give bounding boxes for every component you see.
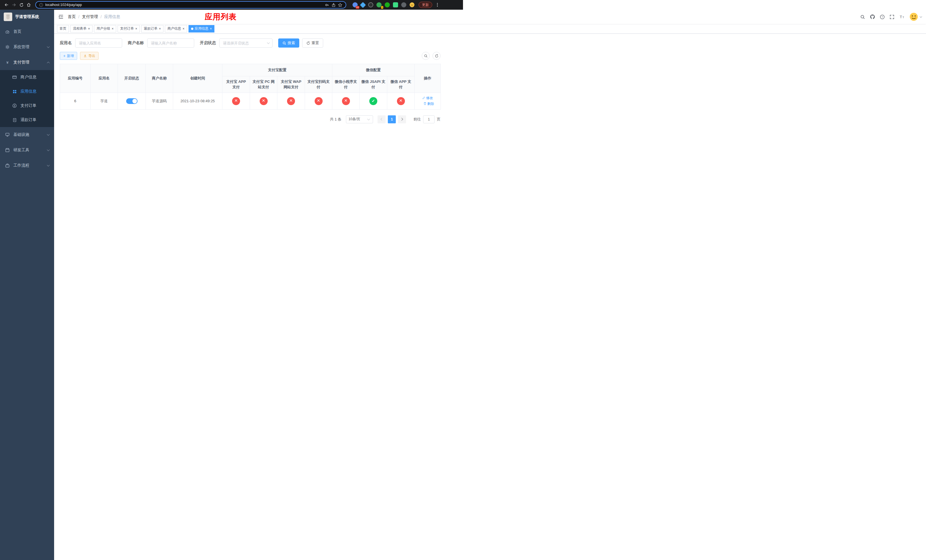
tab-merchant-info[interactable]: 商户信息	[165, 25, 187, 32]
next-page-button[interactable]	[398, 115, 406, 123]
sidebar-item-label: 系统管理	[14, 44, 29, 50]
refresh-button[interactable]	[18, 1, 25, 9]
key-icon[interactable]	[325, 3, 329, 7]
add-button[interactable]: 新增	[60, 52, 77, 60]
chevron-down-icon	[47, 45, 50, 48]
back-button[interactable]	[3, 1, 10, 9]
sidebar-logo[interactable]: 芋道管理系统	[0, 10, 54, 24]
address-bar[interactable]: localhost:1024/pay/app	[35, 1, 346, 9]
close-icon[interactable]	[159, 27, 161, 30]
extension-icon-dark[interactable]	[368, 2, 373, 8]
col-header-alipay-wap: 支付宝 WAP 网站支付	[277, 76, 305, 92]
forward-icon	[12, 3, 16, 7]
app-title: 芋道管理系统	[15, 14, 39, 20]
back-icon	[4, 3, 9, 7]
prev-page-button[interactable]	[378, 115, 386, 123]
col-header-created: 创建时间	[173, 64, 222, 93]
extension-icon-emoji[interactable]	[410, 2, 415, 8]
chevron-down-icon	[47, 133, 50, 136]
kebab-menu-icon	[435, 3, 440, 7]
tab-refund-order[interactable]: 退款订单	[141, 25, 163, 32]
col-header-wx-mini: 微信小程序支付	[332, 76, 360, 92]
sidebar-item-infra[interactable]: 基础设施	[0, 127, 54, 142]
edit-link[interactable]: 修改	[422, 95, 433, 101]
sidebar-item-home[interactable]: 首页	[0, 24, 54, 39]
share-icon[interactable]	[331, 3, 336, 7]
extension-icon-wechat[interactable]	[385, 2, 390, 8]
dashboard-icon	[5, 29, 10, 34]
chevron-right-icon	[400, 118, 403, 121]
close-icon[interactable]	[210, 27, 212, 30]
close-icon[interactable]	[112, 27, 113, 30]
breadcrumb-item[interactable]: 支付管理	[82, 14, 98, 20]
status-select[interactable]	[219, 38, 272, 48]
refresh-table-button[interactable]	[433, 52, 440, 60]
bookmark-star-icon[interactable]	[338, 3, 342, 7]
toggle-search-button[interactable]	[422, 52, 430, 60]
sidebar-item-label: 工作流程	[14, 163, 29, 168]
sidebar-item-workflow[interactable]: 工作流程	[0, 158, 54, 173]
sidebar-item-refund-order[interactable]: 退款订单	[0, 113, 54, 127]
app-name-input[interactable]	[75, 38, 122, 48]
goto-label: 前往	[413, 117, 421, 122]
extension-badge: 1	[381, 6, 383, 9]
close-icon[interactable]	[135, 27, 137, 30]
config-status-icon	[315, 97, 322, 105]
page-content: 应用名 商户名称 开启状态 搜索	[54, 33, 463, 128]
export-button[interactable]: 导出	[80, 52, 98, 60]
goto-page-input[interactable]	[423, 115, 434, 123]
toolbox-icon	[5, 148, 10, 152]
col-header-merchant: 商户名称	[146, 64, 173, 93]
breadcrumb-item[interactable]: 首页	[68, 14, 76, 20]
status-toggle[interactable]	[126, 98, 138, 104]
tab-user-group[interactable]: 用户分组	[94, 25, 116, 32]
site-info-icon[interactable]	[39, 3, 43, 7]
chrome-update-button[interactable]: 更新	[419, 2, 432, 8]
reset-button[interactable]: 重置	[302, 38, 323, 48]
sidebar-fold-button[interactable]	[58, 14, 64, 20]
group-header-wechat: 微信配置	[332, 64, 415, 76]
sidebar-item-app-info[interactable]: 应用信息	[0, 84, 54, 98]
extension-icon-diamond[interactable]	[360, 2, 366, 8]
document-icon	[12, 118, 17, 122]
tab-app-info[interactable]: 应用信息	[189, 25, 215, 32]
extension-icon-green-square[interactable]	[393, 2, 398, 8]
tab-home[interactable]: 首页	[57, 25, 69, 32]
table-toolbar: 新增 导出	[60, 52, 440, 60]
pen-icon	[422, 96, 425, 100]
group-header-alipay: 支付宝配置	[222, 64, 332, 76]
col-header-ops: 操作	[415, 64, 441, 93]
sidebar-item-dev-tools[interactable]: 研发工具	[0, 142, 54, 158]
browser-menu-button[interactable]	[435, 3, 440, 7]
col-header-alipay-app: 支付宝 APP 支付	[222, 76, 250, 92]
page-number-button[interactable]: 1	[388, 115, 396, 123]
page-size-select[interactable]: 10条/页	[346, 115, 373, 123]
delete-link[interactable]: 删除	[424, 101, 434, 106]
extension-icon-blue[interactable]: 10	[353, 2, 358, 8]
breadcrumb-separator	[78, 15, 79, 19]
forward-button[interactable]	[10, 1, 18, 9]
page-size-value: 10条/页	[348, 117, 360, 122]
home-button[interactable]	[25, 1, 32, 9]
close-icon[interactable]	[88, 27, 90, 30]
sidebar-item-pay-order[interactable]: 支付订单	[0, 98, 54, 113]
tab-pay-order[interactable]: 支付订单	[118, 25, 140, 32]
sidebar-item-payment[interactable]: ¥ 支付管理	[0, 55, 54, 70]
close-icon[interactable]	[183, 27, 185, 30]
merchant-name-input[interactable]	[147, 38, 194, 48]
extensions-puzzle-icon[interactable]	[401, 2, 406, 8]
extension-icon-green-badge[interactable]: 1	[377, 2, 381, 8]
config-status-icon	[397, 97, 405, 105]
app-name-label: 应用名	[60, 41, 72, 45]
chevron-down-icon	[47, 164, 50, 166]
gear-icon	[5, 45, 10, 49]
sidebar-item-system[interactable]: 系统管理	[0, 39, 54, 55]
tab-process-form[interactable]: 流程表单	[70, 25, 92, 32]
search-button[interactable]: 搜索	[278, 38, 299, 48]
sidebar-item-merchant-info[interactable]: 商户信息	[0, 70, 54, 84]
sidebar-item-label: 首页	[14, 29, 21, 34]
sidebar-item-label: 商户信息	[21, 75, 36, 80]
table-row: 6 芋道 芋道源码 2021-10-23 08:49:25	[60, 92, 441, 109]
breadcrumb: 首页 支付管理 应用信息	[68, 14, 120, 20]
col-header-wx-jsapi: 微信 JSAPI 支付	[360, 76, 387, 92]
